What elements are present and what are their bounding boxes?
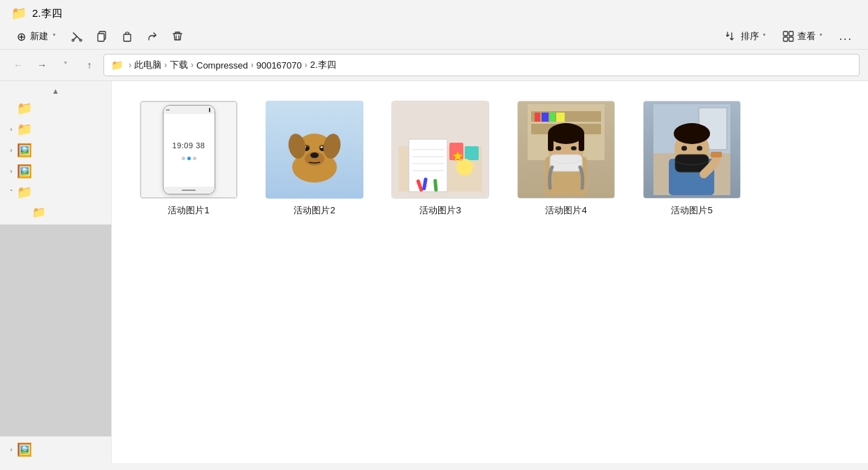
breadcrumb-compressed[interactable]: Compressed: [196, 60, 248, 71]
thumbnail-4: [517, 101, 615, 199]
svg-rect-21: [409, 139, 447, 192]
dog-bg: [266, 101, 363, 199]
sort-dropdown-icon: ˅: [762, 33, 766, 41]
file-item-5[interactable]: 活动图片5: [636, 95, 748, 222]
expand-placeholder-sub: [21, 207, 32, 218]
phone-dots: [182, 157, 196, 160]
craft-bg: [392, 101, 489, 198]
file-item-4[interactable]: 活动图片4: [510, 95, 622, 222]
svg-rect-7: [789, 31, 793, 36]
breadcrumb-this-pc[interactable]: 此电脑: [134, 59, 161, 71]
svg-point-13: [310, 152, 319, 158]
svg-point-28: [456, 159, 473, 176]
new-button[interactable]: ⊕ 新建 ˅: [8, 27, 63, 46]
sidebar-gray-area: [0, 225, 111, 436]
thumbnail-2: [266, 101, 363, 199]
view-dropdown-icon: ˅: [819, 33, 823, 41]
address-bar[interactable]: 📁 › 此电脑 › 下载 › Compressed › 900167070 › …: [103, 54, 860, 76]
file-area: •••▌ 19:09 38: [112, 81, 868, 463]
paste-button[interactable]: [116, 27, 138, 45]
delete-button[interactable]: [166, 27, 189, 45]
expand-arrow-2: ›: [6, 124, 17, 135]
svg-rect-44: [579, 134, 584, 151]
svg-point-55: [681, 146, 687, 151]
file-name-3: 活动图片3: [419, 204, 461, 217]
view-button[interactable]: 查看 ˅: [776, 27, 830, 46]
back-button[interactable]: ←: [8, 55, 28, 75]
forward-button[interactable]: →: [32, 55, 52, 75]
toolbar: ⊕ 新建 ˅: [0, 24, 868, 50]
svg-rect-39: [556, 113, 565, 122]
svg-point-54: [674, 123, 710, 144]
phone-home: [164, 187, 215, 194]
delete-icon: [172, 31, 183, 42]
sep3: ›: [191, 60, 194, 70]
dog-svg: [273, 108, 356, 192]
sidebar-item-5-sub[interactable]: 📁: [3, 204, 108, 221]
kid-svg-1: [528, 104, 605, 195]
phone-screen: 19:09 38: [164, 114, 215, 187]
breadcrumb-downloads[interactable]: 下载: [170, 59, 188, 71]
folder-icon-sub: 📁: [32, 206, 46, 219]
sidebar-item-5[interactable]: ˅ 📁: [3, 183, 108, 202]
craft-svg: [395, 104, 486, 195]
up-button[interactable]: ↑: [80, 55, 99, 75]
sort-icon: [726, 31, 737, 42]
home-line: [182, 190, 196, 191]
svg-rect-43: [548, 134, 554, 151]
expand-arrow-5: ˅: [6, 187, 17, 198]
breadcrumb-folder-id[interactable]: 900167070: [256, 60, 302, 71]
dot-2: [187, 157, 191, 160]
cut-button[interactable]: [66, 27, 88, 45]
file-item-3[interactable]: 活动图片3: [384, 95, 496, 222]
kid-bg-1: [518, 101, 614, 198]
share-button[interactable]: [141, 27, 164, 45]
new-dropdown-icon: ˅: [52, 33, 56, 41]
phone-frame: •••▌ 19:09 38: [163, 105, 215, 194]
sidebar-item-1[interactable]: 📁: [3, 99, 108, 118]
expand-arrow-bottom: ›: [6, 444, 17, 455]
file-name-4: 活动图片4: [545, 204, 586, 217]
folder-icon-3: 🖼️: [17, 143, 32, 158]
expand-arrow-3: ›: [6, 145, 17, 156]
folder-icon-bottom: 🖼️: [17, 442, 32, 457]
kid-bg-2: [644, 101, 740, 198]
sidebar-item-3[interactable]: › 🖼️: [3, 141, 108, 160]
new-icon: ⊕: [15, 31, 27, 42]
sep1: ›: [129, 60, 131, 70]
sidebar-item-4[interactable]: › 🖼️: [3, 162, 108, 181]
dropdown-button[interactable]: ˅: [56, 55, 75, 75]
folder-icon-1: 📁: [17, 101, 32, 116]
folder-icon-4: 🖼️: [17, 164, 32, 179]
sidebar-item-bottom[interactable]: › 🖼️: [3, 440, 108, 460]
copy-button[interactable]: [91, 27, 113, 45]
dot-3: [193, 157, 196, 160]
sort-button[interactable]: 排序 ˅: [719, 27, 773, 46]
svg-rect-5: [126, 32, 129, 34]
title-bar-folder-icon: 📁: [11, 6, 27, 21]
more-button[interactable]: ...: [832, 27, 860, 46]
file-item-1[interactable]: •••▌ 19:09 38: [133, 95, 245, 222]
file-item-2[interactable]: 活动图片2: [259, 95, 370, 222]
sep2: ›: [164, 60, 167, 70]
sidebar-scroll-up[interactable]: ▲: [0, 84, 111, 98]
kid-svg-2: [653, 104, 730, 195]
expand-placeholder-1: [6, 103, 17, 114]
view-icon: [783, 31, 794, 42]
svg-rect-37: [542, 113, 549, 122]
thumbnail-5: [643, 101, 741, 199]
main-area: ▲ 📁 › 📁 › 🖼️ › 🖼️ ˅ 📁 📁: [0, 81, 868, 463]
svg-point-45: [556, 146, 561, 150]
sep5: ›: [305, 60, 308, 70]
cut-icon: [71, 31, 82, 42]
paste-icon: [122, 31, 133, 42]
folder-icon-5: 📁: [17, 185, 32, 200]
phone-time: 19:09 38: [173, 141, 205, 150]
svg-rect-27: [465, 146, 479, 160]
file-name-5: 活动图片5: [671, 204, 712, 217]
breadcrumb-current[interactable]: 2.李四: [310, 59, 336, 71]
phone-status: •••▌: [164, 106, 215, 114]
thumbnail-1: •••▌ 19:09 38: [140, 101, 238, 199]
sidebar-item-2[interactable]: › 📁: [3, 120, 108, 139]
folder-breadcrumb-icon: 📁: [111, 59, 123, 71]
